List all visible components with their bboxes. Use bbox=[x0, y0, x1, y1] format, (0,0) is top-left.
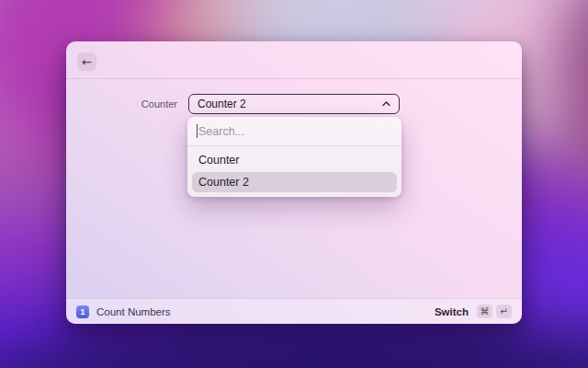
dropdown-options: Counter Counter 2 bbox=[187, 146, 401, 197]
raycast-window: ← Counter Counter 2 Counter Counter 2 bbox=[66, 41, 522, 324]
dropdown-search-input[interactable] bbox=[187, 125, 401, 138]
dropdown-panel: Counter Counter 2 bbox=[187, 117, 401, 197]
dropdown-option-counter[interactable]: Counter bbox=[192, 150, 397, 170]
switch-action-label: Switch bbox=[435, 306, 469, 317]
switch-action-button[interactable]: Switch ⌘ ↵ bbox=[435, 305, 512, 318]
window-header: ← bbox=[66, 41, 522, 79]
dropdown-option-counter-2[interactable]: Counter 2 bbox=[192, 172, 397, 192]
desktop-wallpaper: ← Counter Counter 2 Counter Counter 2 bbox=[0, 0, 588, 368]
wallpaper-swoosh bbox=[528, 0, 588, 225]
extension-icon: 1 bbox=[76, 305, 89, 318]
dropdown-search-row bbox=[187, 117, 401, 146]
return-key-icon: ↵ bbox=[496, 305, 512, 318]
command-name: Count Numbers bbox=[96, 306, 171, 317]
chevron-up-icon bbox=[382, 101, 390, 107]
text-cursor bbox=[197, 124, 198, 138]
back-arrow-icon: ← bbox=[82, 56, 92, 68]
back-button[interactable]: ← bbox=[77, 52, 96, 71]
select-value: Counter 2 bbox=[198, 98, 382, 110]
command-key-icon: ⌘ bbox=[477, 305, 492, 318]
action-bar: 1 Count Numbers Switch ⌘ ↵ bbox=[66, 298, 522, 324]
counter-select[interactable]: Counter 2 bbox=[188, 94, 400, 114]
field-label: Counter bbox=[66, 98, 177, 109]
